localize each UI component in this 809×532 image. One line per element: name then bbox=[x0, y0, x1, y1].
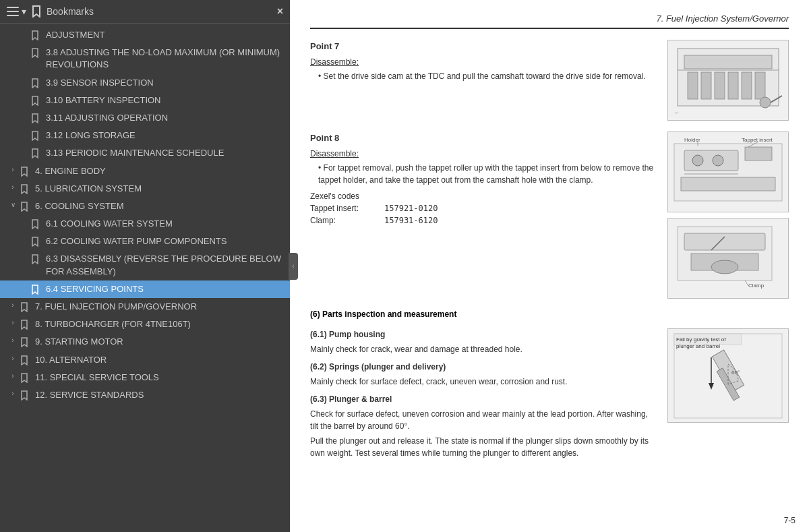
bookmark-label-12: 12. SERVICE STANDARDS bbox=[35, 389, 284, 401]
svg-rect-9 bbox=[742, 72, 752, 99]
bookmark-label-8: 8. TURBOCHARGER (FOR 4TNE106T) bbox=[35, 318, 284, 330]
sidebar-menu-icon[interactable]: ▾ bbox=[7, 6, 26, 17]
sidebar-item-9[interactable]: ›9. STARTING MOTOR bbox=[0, 333, 290, 351]
expand-arrow-5: › bbox=[8, 183, 18, 192]
page-number: 7-5 bbox=[784, 516, 796, 525]
plunger-image-col: 60° Fall by gravity test of plunger and … bbox=[667, 328, 789, 459]
sidebar-item-5[interactable]: ›5. LUBRICATION SYSTEM bbox=[0, 180, 290, 198]
svg-rect-17 bbox=[745, 147, 772, 160]
parts-inspection-section: (6) Parts inspection and measurement bbox=[310, 309, 789, 319]
main-content: 7. Fuel Injection System/Governor Point … bbox=[290, 0, 809, 532]
svg-rect-21 bbox=[681, 177, 775, 191]
doc-title: 7. Fuel Injection System/Governor bbox=[656, 13, 789, 24]
plunger-image: 60° Fall by gravity test of plunger and … bbox=[667, 328, 789, 423]
pump-housing-section: (6.1) Pump housing Mainly check for crac… bbox=[310, 328, 654, 355]
svg-rect-4 bbox=[684, 55, 772, 69]
sidebar-item-6[interactable]: ∨6. COOLING SYSTEM bbox=[0, 198, 290, 215]
bookmark-icon-6.1 bbox=[31, 219, 42, 229]
point8-image-top: Holder Tappet insert bbox=[667, 131, 789, 212]
sidebar-item-4[interactable]: ›4. ENGINE BODY bbox=[0, 162, 290, 180]
sidebar-title: Bookmarks bbox=[47, 6, 94, 17]
bookmark-icon-6.4 bbox=[31, 285, 42, 295]
expand-arrow-11: › bbox=[8, 372, 18, 381]
point8-sub: Disassemble: bbox=[310, 148, 654, 160]
sidebar-item-3.12[interactable]: 3.12 LONG STORAGE bbox=[0, 127, 290, 144]
point7-image: ← bbox=[667, 40, 789, 121]
svg-rect-8 bbox=[728, 72, 738, 99]
point8-bullet: For tappet removal, push the tappet roll… bbox=[310, 162, 654, 186]
point8-image-col: Holder Tappet insert Clamp bbox=[667, 131, 789, 299]
svg-text:plunger and barrel: plunger and barrel bbox=[676, 343, 720, 349]
sidebar-item-7[interactable]: ›7. FUEL INJECTION PUMP/GOVERNOR bbox=[0, 298, 290, 316]
bookmark-icon-9 bbox=[20, 337, 31, 347]
tappet-insert-code: 157921-0120 bbox=[384, 202, 438, 214]
bookmark-icon-3.12 bbox=[31, 131, 42, 141]
clamp-code: 157931-6120 bbox=[384, 214, 438, 227]
parts-inspection-text: (6.1) Pump housing Mainly check for crac… bbox=[310, 328, 654, 459]
sidebar-item-3.10[interactable]: 3.10 BATTERY INSPECTION bbox=[0, 92, 290, 109]
parts-inspection-detail: (6.1) Pump housing Mainly check for crac… bbox=[310, 328, 789, 459]
sidebar-item-3.13[interactable]: 3.13 PERIODIC MAINTENANCE SCHEDULE bbox=[0, 144, 290, 162]
sidebar-item-11[interactable]: ›11. SPECIAL SERVICE TOOLS bbox=[0, 369, 290, 386]
svg-rect-6 bbox=[701, 72, 711, 99]
sidebar-item-6.3[interactable]: 6.3 DISASSEMBLY (REVERSE THE PROCEDURE B… bbox=[0, 250, 290, 280]
zexel-codes: Zexel's codes Tappet insert: 157921-0120… bbox=[310, 190, 654, 227]
sidebar-item-8[interactable]: ›8. TURBOCHARGER (FOR 4TNE106T) bbox=[0, 316, 290, 333]
bookmark-icon-3.11 bbox=[31, 113, 42, 123]
sidebar-item-12[interactable]: ›12. SERVICE STANDARDS bbox=[0, 386, 290, 404]
plunger-title: (6.3) Plunger & barrel bbox=[310, 393, 654, 405]
svg-text:Fall by gravity test of: Fall by gravity test of bbox=[676, 336, 726, 343]
sidebar-item-10[interactable]: ›10. ALTERNATOR bbox=[0, 351, 290, 369]
sidebar-item-6.1[interactable]: 6.1 COOLING WATER SYSTEM bbox=[0, 215, 290, 233]
point8-image-bottom: Clamp bbox=[667, 218, 789, 299]
bookmark-icon-12 bbox=[20, 390, 31, 401]
svg-text:Clamp: Clamp bbox=[748, 283, 765, 289]
sidebar-item-adjustment[interactable]: ADJUSTMENT bbox=[0, 26, 290, 44]
bookmark-label-5: 5. LUBRICATION SYSTEM bbox=[35, 183, 284, 195]
expand-arrow-10: › bbox=[8, 354, 18, 363]
bookmark-icon-11 bbox=[20, 373, 31, 383]
sidebar-item-3.8[interactable]: 3.8 ADJUSTING THE NO-LOAD MAXIMUM (OR MI… bbox=[0, 44, 290, 73]
point7-sub: Disassemble: bbox=[310, 56, 654, 68]
bookmark-icon-4 bbox=[20, 167, 31, 177]
bookmark-icon-btn[interactable] bbox=[32, 5, 41, 18]
bookmark-label-3.11: 3.11 ADJUSTING OPERATION bbox=[46, 112, 284, 124]
bookmark-icon-3.9 bbox=[31, 78, 42, 88]
parts-inspection-title: (6) Parts inspection and measurement bbox=[310, 309, 789, 319]
pump-housing-text: Mainly check for crack, wear and damage … bbox=[310, 343, 654, 355]
sidebar-item-6.4[interactable]: 6.4 SERVICING POINTS bbox=[0, 280, 290, 298]
sidebar-item-3.9[interactable]: 3.9 SENSOR INSPECTION bbox=[0, 74, 290, 92]
bookmark-icon-6.2 bbox=[31, 237, 42, 247]
tappet-insert-label: Tappet insert: bbox=[310, 202, 378, 214]
bookmark-label-7: 7. FUEL INJECTION PUMP/GOVERNOR bbox=[35, 301, 284, 313]
svg-rect-7 bbox=[715, 72, 725, 99]
bookmark-label-10: 10. ALTERNATOR bbox=[35, 354, 284, 366]
expand-arrow-6: ∨ bbox=[8, 200, 18, 210]
collapse-handle[interactable]: ‹ bbox=[289, 253, 298, 280]
point8-top-drawing: Holder Tappet insert bbox=[671, 134, 785, 211]
bookmark-icon-5 bbox=[20, 184, 31, 194]
bookmark-icon-3.13 bbox=[31, 148, 42, 158]
bookmark-label-3.8: 3.8 ADJUSTING THE NO-LOAD MAXIMUM (OR MI… bbox=[46, 47, 284, 71]
svg-rect-2 bbox=[7, 15, 19, 16]
expand-arrow-7: › bbox=[8, 301, 18, 310]
sidebar-item-3.11[interactable]: 3.11 ADJUSTING OPERATION bbox=[0, 109, 290, 127]
point7-image-col: ← bbox=[667, 40, 789, 121]
svg-point-18 bbox=[692, 155, 703, 166]
bookmark-label-6.2: 6.2 COOLING WATER PUMP COMPONENTS bbox=[46, 235, 284, 247]
sidebar-close-button[interactable]: × bbox=[277, 5, 283, 18]
svg-point-19 bbox=[713, 155, 723, 166]
svg-rect-0 bbox=[7, 7, 19, 8]
bookmark-label-3.13: 3.13 PERIODIC MAINTENANCE SCHEDULE bbox=[46, 147, 284, 159]
springs-text: Mainly check for surface defect, crack, … bbox=[310, 376, 654, 388]
expand-arrow-9: › bbox=[8, 336, 18, 345]
svg-text:60°: 60° bbox=[731, 370, 740, 376]
bookmark-icon-7 bbox=[20, 302, 31, 312]
bookmark-label-3.10: 3.10 BATTERY INSPECTION bbox=[46, 94, 284, 107]
bookmark-label-3.9: 3.9 SENSOR INSPECTION bbox=[46, 77, 284, 89]
svg-text:Holder: Holder bbox=[684, 137, 700, 143]
sidebar-item-6.2[interactable]: 6.2 COOLING WATER PUMP COMPONENTS bbox=[0, 233, 290, 250]
bookmark-label-11: 11. SPECIAL SERVICE TOOLS bbox=[35, 372, 284, 384]
point7-title: Point 7 bbox=[310, 40, 654, 53]
bookmark-icon-adjustment bbox=[31, 30, 42, 40]
